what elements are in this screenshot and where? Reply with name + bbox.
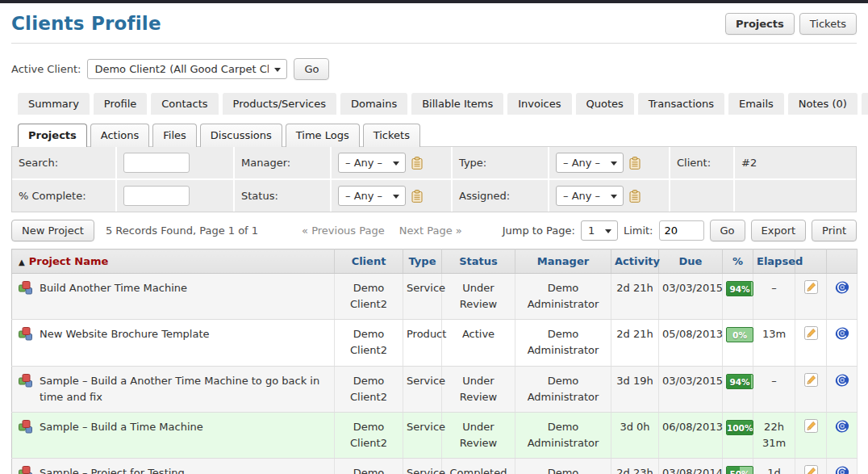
percent-complete-input[interactable]	[123, 186, 190, 206]
cell-link	[827, 412, 858, 458]
progress-badge: 0%	[726, 327, 753, 342]
assigned-select[interactable]: – Any –	[556, 186, 624, 206]
tab-domains[interactable]: Domains	[340, 93, 407, 115]
cell-link	[827, 320, 858, 366]
edit-icon[interactable]	[804, 465, 818, 474]
project-table-body: Build Another Time Machine Demo Client2 …	[12, 274, 858, 474]
export-button[interactable]: Export	[751, 220, 807, 241]
column-header-project-name[interactable]: ▲Project Name	[12, 250, 335, 274]
manager-select[interactable]: – Any –	[338, 153, 406, 173]
cell-due: 06/08/2013	[659, 412, 723, 458]
subtab-projects[interactable]: Projects	[18, 124, 87, 147]
link-icon[interactable]	[835, 373, 849, 388]
cell-edit	[795, 320, 827, 366]
subtab-time-logs[interactable]: Time Logs	[286, 124, 360, 147]
link-icon[interactable]	[835, 326, 849, 341]
tab-invoices[interactable]: Invoices	[507, 93, 571, 115]
link-icon[interactable]	[835, 280, 849, 295]
table-row[interactable]: Build Another Time Machine Demo Client2 …	[12, 274, 858, 320]
column-header-status[interactable]: Status	[442, 250, 515, 274]
previous-page-link[interactable]: « Previous Page	[302, 224, 385, 237]
link-icon[interactable]	[835, 419, 849, 434]
page-title: Clients Profile	[11, 13, 161, 34]
table-row[interactable]: Sample – Build a Time Machine Demo Clien…	[12, 412, 858, 458]
cell-elapsed: 13m	[753, 320, 795, 366]
cell-manager: Demo Administrator	[515, 274, 611, 320]
search-input[interactable]	[123, 153, 190, 173]
tab-log[interactable]: Log	[862, 93, 868, 115]
project-name[interactable]: Sample – Project for Testing	[40, 465, 185, 474]
tab-summary[interactable]: Summary	[18, 93, 90, 115]
go-button[interactable]: Go	[710, 220, 745, 241]
manager-report-clipboard-icon[interactable]	[411, 157, 423, 170]
project-name[interactable]: New Website Brochure Template	[40, 326, 210, 342]
go-client-button[interactable]: Go	[294, 58, 329, 80]
projects-nav-button[interactable]: Projects	[725, 13, 795, 35]
edit-icon[interactable]	[804, 280, 818, 294]
tab-contacts[interactable]: Contacts	[151, 93, 218, 115]
tab-notes[interactable]: Notes (0)	[788, 93, 858, 115]
tab-profile[interactable]: Profile	[94, 93, 147, 115]
table-row[interactable]: New Website Brochure Template Demo Clien…	[12, 320, 858, 366]
column-header-manager[interactable]: Manager	[515, 250, 611, 274]
progress-badge: 100%	[726, 420, 753, 435]
cell-edit	[795, 366, 827, 412]
tickets-nav-button[interactable]: Tickets	[799, 13, 857, 35]
tab-emails[interactable]: Emails	[728, 93, 784, 115]
edit-icon[interactable]	[804, 326, 818, 340]
assigned-report-clipboard-icon[interactable]	[629, 190, 641, 203]
assigned-label: Assigned:	[459, 190, 510, 202]
progress-label: 0%	[727, 328, 753, 342]
cell-due: 03/08/2014	[659, 459, 723, 474]
column-header-elapsed[interactable]: Elapsed	[753, 250, 795, 274]
cell-activity: 2d 23h	[611, 459, 659, 474]
tab-billable-items[interactable]: Billable Items	[411, 93, 503, 115]
edit-icon[interactable]	[804, 419, 818, 433]
column-header-due[interactable]: Due	[659, 250, 723, 274]
cell-status: Completed	[442, 459, 515, 474]
subtab-files[interactable]: Files	[152, 124, 197, 147]
table-toolbar: New Project 5 Records Found, Page 1 of 1…	[11, 220, 857, 241]
edit-icon[interactable]	[804, 373, 818, 387]
cell-manager: Demo Administrator	[515, 459, 611, 474]
cell-link	[827, 274, 858, 320]
type-select[interactable]: – Any –	[556, 153, 624, 173]
progress-label: 94%	[727, 375, 753, 389]
table-row[interactable]: Sample – Project for Testing Demo Client…	[12, 459, 858, 474]
link-icon[interactable]	[835, 465, 849, 474]
cell-edit	[795, 412, 827, 458]
cell-link	[827, 459, 858, 474]
column-header-activity[interactable]: Activity	[611, 250, 659, 274]
type-report-clipboard-icon[interactable]	[629, 157, 641, 170]
jump-to-page-select[interactable]: 1	[581, 220, 618, 241]
project-name[interactable]: Build Another Time Machine	[40, 280, 187, 296]
limit-input[interactable]	[659, 220, 704, 241]
tab-transactions[interactable]: Transactions	[638, 93, 724, 115]
subtab-actions[interactable]: Actions	[90, 124, 150, 147]
cell-elapsed: –	[753, 366, 795, 412]
progress-label: 100%	[727, 421, 753, 435]
column-header-type[interactable]: Type	[403, 250, 442, 274]
tab-quotes[interactable]: Quotes	[576, 93, 634, 115]
print-button[interactable]: Print	[812, 220, 857, 241]
active-client-label: Active Client:	[11, 63, 81, 75]
progress-badge: 94%	[726, 281, 753, 296]
sub-tabs: Projects Actions Files Discussions Time …	[11, 124, 857, 147]
table-header-row: ▲Project Name Client Type Status Manager…	[12, 250, 858, 274]
subtab-tickets[interactable]: Tickets	[363, 124, 420, 147]
active-client-select[interactable]: Demo Client2 (All Good Carpet Cleaning)	[87, 59, 287, 79]
status-select[interactable]: – Any –	[338, 186, 406, 206]
column-header-percent[interactable]: %	[723, 250, 753, 274]
subtab-discussions[interactable]: Discussions	[200, 124, 282, 147]
project-name[interactable]: Sample – Build a Time Machine	[40, 419, 203, 435]
tab-products-services[interactable]: Products/Services	[223, 93, 336, 115]
next-page-link[interactable]: Next Page »	[399, 224, 462, 237]
table-row[interactable]: Sample – Build a Another Time Machine to…	[12, 366, 858, 412]
column-header-client[interactable]: Client	[335, 250, 403, 274]
cell-link	[827, 366, 858, 412]
progress-badge: 50%	[726, 466, 753, 474]
project-name[interactable]: Sample – Build a Another Time Machine to…	[40, 373, 331, 405]
status-report-clipboard-icon[interactable]	[411, 190, 423, 203]
new-project-button[interactable]: New Project	[11, 220, 94, 241]
type-label: Type:	[459, 157, 486, 169]
